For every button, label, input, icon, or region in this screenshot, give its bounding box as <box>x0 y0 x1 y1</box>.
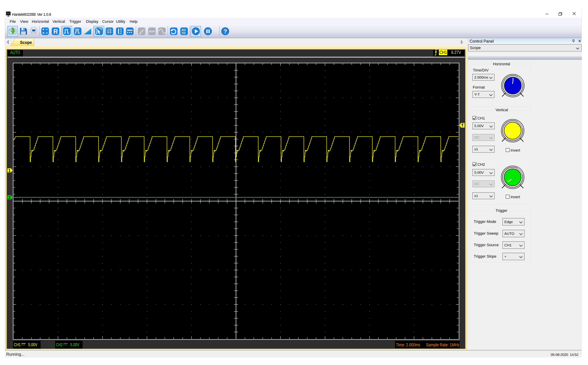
svg-text:1: 1 <box>8 168 11 173</box>
svg-text:5.00V: 5.00V <box>28 342 37 347</box>
svg-text:R: R <box>53 28 58 35</box>
svg-text:T: T <box>461 123 464 128</box>
svg-text:Time: 2.000ms: Time: 2.000ms <box>396 342 420 347</box>
svg-text:CH2: CH2 <box>56 342 63 347</box>
svg-text:AUTO: AUTO <box>10 50 20 55</box>
svg-text:Sample Rate: 1MHz: Sample Rate: 1MHz <box>426 342 459 347</box>
svg-text:2: 2 <box>8 195 11 200</box>
svg-text:6.27V: 6.27V <box>451 50 461 55</box>
svg-text:CH1: CH1 <box>14 342 21 347</box>
svg-text:TO: TO <box>181 31 186 35</box>
svg-text:5.00V: 5.00V <box>70 342 79 347</box>
svg-text:Scope: Scope <box>20 40 32 45</box>
svg-text:AU: AU <box>181 28 186 32</box>
svg-text:CH1: CH1 <box>439 50 447 55</box>
svg-text:?: ? <box>223 28 227 35</box>
